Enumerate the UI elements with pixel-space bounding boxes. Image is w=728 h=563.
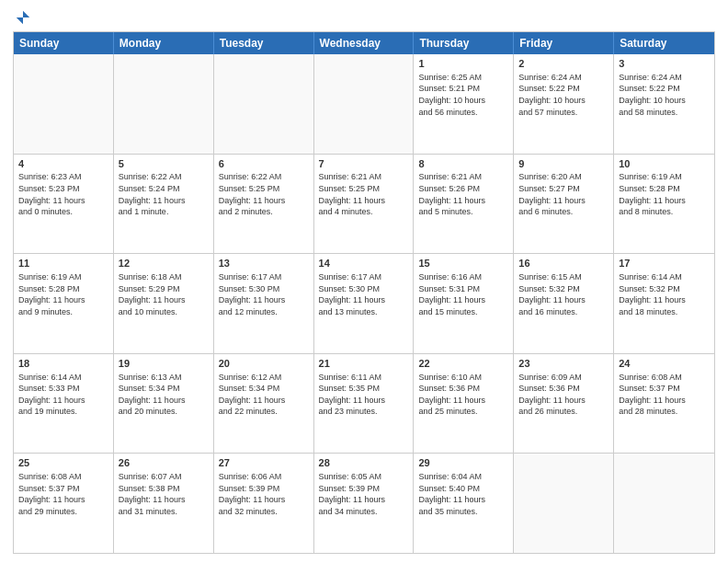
calendar-cell: 27Sunrise: 6:06 AM Sunset: 5:39 PM Dayli…: [214, 454, 314, 553]
cell-info: Sunrise: 6:12 AM Sunset: 5:34 PM Dayligh…: [219, 372, 309, 418]
cell-info: Sunrise: 6:19 AM Sunset: 5:28 PM Dayligh…: [619, 171, 710, 217]
cell-info: Sunrise: 6:25 AM Sunset: 5:21 PM Dayligh…: [418, 72, 508, 118]
day-number: 3: [619, 57, 710, 71]
day-number: 5: [119, 157, 209, 171]
day-number: 24: [619, 357, 710, 371]
day-number: 1: [418, 57, 508, 71]
day-number: 19: [119, 357, 209, 371]
cell-info: Sunrise: 6:14 AM Sunset: 5:33 PM Dayligh…: [18, 372, 108, 418]
cell-info: Sunrise: 6:15 AM Sunset: 5:32 PM Dayligh…: [518, 271, 609, 317]
cell-info: Sunrise: 6:17 AM Sunset: 5:30 PM Dayligh…: [319, 271, 409, 317]
cell-info: Sunrise: 6:21 AM Sunset: 5:25 PM Dayligh…: [319, 171, 409, 217]
calendar-cell: 10Sunrise: 6:19 AM Sunset: 5:28 PM Dayli…: [614, 155, 714, 254]
calendar-cell: 25Sunrise: 6:08 AM Sunset: 5:37 PM Dayli…: [14, 454, 114, 553]
day-number: 11: [18, 257, 108, 270]
calendar-cell: 16Sunrise: 6:15 AM Sunset: 5:32 PM Dayli…: [514, 254, 614, 353]
calendar-row: 11Sunrise: 6:19 AM Sunset: 5:28 PM Dayli…: [14, 254, 714, 354]
calendar-cell: 3Sunrise: 6:24 AM Sunset: 5:22 PM Daylig…: [614, 54, 714, 154]
day-number: 22: [418, 357, 508, 371]
day-number: 29: [418, 456, 508, 470]
calendar-cell: 7Sunrise: 6:21 AM Sunset: 5:25 PM Daylig…: [314, 155, 415, 254]
header: [13, 9, 715, 26]
cell-info: Sunrise: 6:06 AM Sunset: 5:39 PM Dayligh…: [219, 471, 309, 517]
cell-info: Sunrise: 6:18 AM Sunset: 5:29 PM Dayligh…: [119, 271, 209, 317]
calendar: SundayMondayTuesdayWednesdayThursdayFrid…: [13, 31, 715, 554]
svg-marker-0: [17, 11, 29, 24]
day-number: 21: [319, 357, 409, 371]
calendar-cell: [614, 454, 714, 553]
calendar-cell: 24Sunrise: 6:08 AM Sunset: 5:37 PM Dayli…: [614, 354, 714, 454]
day-number: 15: [418, 257, 508, 270]
day-number: 8: [418, 157, 508, 171]
cell-info: Sunrise: 6:04 AM Sunset: 5:40 PM Dayligh…: [418, 471, 508, 517]
day-number: 7: [319, 157, 409, 171]
calendar-cell: 26Sunrise: 6:07 AM Sunset: 5:38 PM Dayli…: [114, 454, 214, 553]
calendar-row: 4Sunrise: 6:23 AM Sunset: 5:23 PM Daylig…: [14, 155, 714, 255]
calendar-cell: 1Sunrise: 6:25 AM Sunset: 5:21 PM Daylig…: [414, 54, 514, 154]
day-number: 25: [18, 456, 108, 470]
calendar-cell: [214, 54, 314, 154]
calendar-cell: 28Sunrise: 6:05 AM Sunset: 5:39 PM Dayli…: [314, 454, 415, 553]
cell-info: Sunrise: 6:21 AM Sunset: 5:26 PM Dayligh…: [418, 171, 508, 217]
cell-info: Sunrise: 6:23 AM Sunset: 5:23 PM Dayligh…: [18, 171, 108, 217]
calendar-cell: [314, 54, 415, 154]
cell-info: Sunrise: 6:17 AM Sunset: 5:30 PM Dayligh…: [219, 271, 309, 317]
cell-info: Sunrise: 6:22 AM Sunset: 5:25 PM Dayligh…: [219, 171, 309, 217]
cell-info: Sunrise: 6:05 AM Sunset: 5:39 PM Dayligh…: [319, 471, 409, 517]
calendar-row: 25Sunrise: 6:08 AM Sunset: 5:37 PM Dayli…: [14, 454, 714, 553]
calendar-cell: 20Sunrise: 6:12 AM Sunset: 5:34 PM Dayli…: [214, 354, 314, 454]
day-number: 23: [518, 357, 609, 371]
header-day: Tuesday: [214, 32, 314, 54]
calendar-cell: 12Sunrise: 6:18 AM Sunset: 5:29 PM Dayli…: [114, 254, 214, 353]
cell-info: Sunrise: 6:20 AM Sunset: 5:27 PM Dayligh…: [518, 171, 609, 217]
header-day: Sunday: [14, 32, 114, 54]
cell-info: Sunrise: 6:11 AM Sunset: 5:35 PM Dayligh…: [319, 372, 409, 418]
header-day: Wednesday: [314, 32, 415, 54]
calendar-cell: 4Sunrise: 6:23 AM Sunset: 5:23 PM Daylig…: [14, 155, 114, 254]
day-number: 26: [119, 456, 209, 470]
calendar-cell: 23Sunrise: 6:09 AM Sunset: 5:36 PM Dayli…: [514, 354, 614, 454]
day-number: 20: [219, 357, 309, 371]
calendar-body: 1Sunrise: 6:25 AM Sunset: 5:21 PM Daylig…: [14, 54, 714, 553]
calendar-cell: 17Sunrise: 6:14 AM Sunset: 5:32 PM Dayli…: [614, 254, 714, 353]
calendar-cell: 18Sunrise: 6:14 AM Sunset: 5:33 PM Dayli…: [14, 354, 114, 454]
cell-info: Sunrise: 6:09 AM Sunset: 5:36 PM Dayligh…: [518, 372, 609, 418]
day-number: 17: [619, 257, 710, 270]
header-day: Monday: [114, 32, 214, 54]
calendar-row: 1Sunrise: 6:25 AM Sunset: 5:21 PM Daylig…: [14, 54, 714, 155]
cell-info: Sunrise: 6:08 AM Sunset: 5:37 PM Dayligh…: [619, 372, 710, 418]
calendar-cell: 22Sunrise: 6:10 AM Sunset: 5:36 PM Dayli…: [414, 354, 514, 454]
day-number: 14: [319, 257, 409, 270]
day-number: 10: [619, 157, 710, 171]
cell-info: Sunrise: 6:19 AM Sunset: 5:28 PM Dayligh…: [18, 271, 108, 317]
cell-info: Sunrise: 6:13 AM Sunset: 5:34 PM Dayligh…: [119, 372, 209, 418]
day-number: 13: [219, 257, 309, 270]
calendar-cell: 21Sunrise: 6:11 AM Sunset: 5:35 PM Dayli…: [314, 354, 415, 454]
calendar-cell: [514, 454, 614, 553]
calendar-cell: [14, 54, 114, 154]
day-number: 28: [319, 456, 409, 470]
cell-info: Sunrise: 6:10 AM Sunset: 5:36 PM Dayligh…: [418, 372, 508, 418]
cell-info: Sunrise: 6:24 AM Sunset: 5:22 PM Dayligh…: [518, 72, 609, 118]
cell-info: Sunrise: 6:22 AM Sunset: 5:24 PM Dayligh…: [119, 171, 209, 217]
calendar-cell: 13Sunrise: 6:17 AM Sunset: 5:30 PM Dayli…: [214, 254, 314, 353]
calendar-cell: 5Sunrise: 6:22 AM Sunset: 5:24 PM Daylig…: [114, 155, 214, 254]
calendar-row: 18Sunrise: 6:14 AM Sunset: 5:33 PM Dayli…: [14, 354, 714, 454]
cell-info: Sunrise: 6:14 AM Sunset: 5:32 PM Dayligh…: [619, 271, 710, 317]
calendar-cell: 11Sunrise: 6:19 AM Sunset: 5:28 PM Dayli…: [14, 254, 114, 353]
cell-info: Sunrise: 6:24 AM Sunset: 5:22 PM Dayligh…: [619, 72, 710, 118]
day-number: 18: [18, 357, 108, 371]
header-day: Friday: [514, 32, 614, 54]
cell-info: Sunrise: 6:07 AM Sunset: 5:38 PM Dayligh…: [119, 471, 209, 517]
day-number: 4: [18, 157, 108, 171]
logo: [13, 9, 31, 26]
cell-info: Sunrise: 6:16 AM Sunset: 5:31 PM Dayligh…: [418, 271, 508, 317]
calendar-cell: 19Sunrise: 6:13 AM Sunset: 5:34 PM Dayli…: [114, 354, 214, 454]
header-day: Thursday: [414, 32, 514, 54]
cell-info: Sunrise: 6:08 AM Sunset: 5:37 PM Dayligh…: [18, 471, 108, 517]
calendar-cell: 2Sunrise: 6:24 AM Sunset: 5:22 PM Daylig…: [514, 54, 614, 154]
calendar-cell: 14Sunrise: 6:17 AM Sunset: 5:30 PM Dayli…: [314, 254, 415, 353]
day-number: 27: [219, 456, 309, 470]
page: SundayMondayTuesdayWednesdayThursdayFrid…: [0, 0, 728, 563]
day-number: 6: [219, 157, 309, 171]
